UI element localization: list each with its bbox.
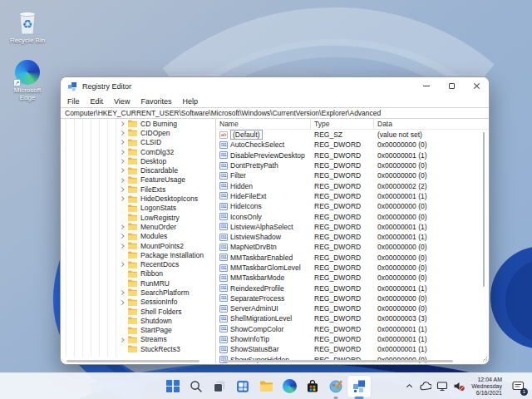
recycle-bin-desktop-icon[interactable]: ♻ Recycle Bin <box>2 7 53 44</box>
expand-chevron-icon[interactable] <box>121 347 128 351</box>
menu-item[interactable]: Favorites <box>140 97 171 106</box>
registry-value-row[interactable]: MMTaskbarGlomLevel REG_DWORD 0x00000000 … <box>216 263 489 273</box>
registry-value-row[interactable]: ShellMigrationLevel REG_DWORD 0x00000003… <box>216 313 489 323</box>
list-vertical-scrollbar[interactable] <box>483 132 485 287</box>
tree-item[interactable]: FileExts <box>61 185 215 194</box>
maximize-button[interactable] <box>439 77 464 95</box>
tree-item[interactable]: Shutdown <box>61 316 215 325</box>
expand-chevron-icon[interactable] <box>121 273 128 276</box>
expand-chevron-icon[interactable] <box>121 169 128 172</box>
registry-value-row[interactable]: MMTaskbarMode REG_DWORD 0x00000000 (0) <box>216 273 489 283</box>
expand-chevron-icon[interactable] <box>121 291 128 294</box>
tree-item[interactable]: RecentDocs <box>61 259 215 268</box>
tree-item[interactable]: LowRegistry <box>61 213 215 222</box>
edge-button[interactable] <box>278 376 301 397</box>
tree-item[interactable]: Streams <box>61 335 215 344</box>
notification-center-button[interactable]: 1 <box>507 376 529 397</box>
paint-button[interactable] <box>324 376 347 397</box>
expand-chevron-icon[interactable] <box>121 197 128 200</box>
tree-item[interactable]: LogonStats <box>61 204 215 213</box>
tree-item[interactable]: Package Installation <box>61 250 215 259</box>
expand-chevron-icon[interactable] <box>121 254 128 257</box>
onedrive-tray-button[interactable] <box>418 376 433 397</box>
expand-chevron-icon[interactable] <box>121 140 128 144</box>
task-view-button[interactable] <box>208 376 231 397</box>
titlebar[interactable]: Registry Editor <box>61 77 489 95</box>
list-horizontal-scrollbar[interactable] <box>223 360 453 362</box>
tree-item[interactable]: Ribbon <box>61 269 215 278</box>
menu-item[interactable]: View <box>114 97 130 106</box>
tree-item[interactable]: Shell Folders <box>61 307 215 316</box>
tree-item[interactable]: HideDesktopIcons <box>61 194 215 203</box>
expand-chevron-icon[interactable] <box>121 328 128 332</box>
registry-value-row[interactable]: IconsOnly REG_DWORD 0x00000000 (0) <box>216 211 489 221</box>
expand-chevron-icon[interactable] <box>121 234 128 238</box>
microsoft-store-button[interactable] <box>301 376 324 397</box>
tree-item[interactable]: Desktop <box>61 156 215 165</box>
registry-value-row[interactable]: ShowStatusBar REG_DWORD 0x00000001 (1) <box>216 344 489 354</box>
file-explorer-button[interactable] <box>254 376 278 397</box>
tree-item[interactable]: CLSID <box>61 138 215 147</box>
menu-item[interactable]: File <box>67 97 80 106</box>
registry-value-row[interactable]: MapNetDrvBtn REG_DWORD 0x00000000 (0) <box>216 242 489 252</box>
tree-horizontal-scrollbar[interactable] <box>66 360 200 362</box>
registry-value-row[interactable]: DontPrettyPath REG_DWORD 0x00000000 (0) <box>216 160 489 170</box>
registry-value-row[interactable]: ShowInfoTip REG_DWORD 0x00000001 (1) <box>216 334 489 344</box>
tree-item[interactable]: Discardable <box>61 165 215 175</box>
tree-item[interactable]: Modules <box>61 232 215 241</box>
tree-item[interactable]: FeatureUsage <box>61 175 215 185</box>
expand-chevron-icon[interactable] <box>121 225 128 229</box>
close-button[interactable] <box>464 77 489 95</box>
window-resize-grip[interactable] <box>482 357 487 362</box>
registry-value-row[interactable]: HideFileExt REG_DWORD 0x00000001 (1) <box>216 191 489 201</box>
tree-item[interactable]: StuckRects3 <box>61 344 215 353</box>
registry-value-row[interactable]: ReindexedProfile REG_DWORD 0x00000001 (1… <box>216 283 489 293</box>
expand-chevron-icon[interactable] <box>121 160 128 163</box>
tree-item[interactable]: ComDlg32 <box>61 147 215 156</box>
tree-item[interactable]: MenuOrder <box>61 222 215 231</box>
registry-value-row[interactable]: Hidden REG_DWORD 0x00000002 (2) <box>216 180 489 190</box>
expand-chevron-icon[interactable] <box>121 179 128 182</box>
column-header-type[interactable]: Type <box>311 119 374 129</box>
tree-item[interactable]: MountPoints2 <box>61 241 215 250</box>
taskbar-clock[interactable]: 12:04 AM Wednesday 6/16/2021 <box>468 377 505 397</box>
registry-value-row[interactable]: ListviewAlphaSelect REG_DWORD 0x00000001… <box>216 222 489 232</box>
volume-tray-button[interactable] <box>451 376 466 397</box>
registry-value-row[interactable]: HideIcons REG_DWORD 0x00000000 (0) <box>216 201 489 211</box>
address-bar[interactable]: Computer\HKEY_CURRENT_USER\Software\Micr… <box>61 107 489 119</box>
expand-chevron-icon[interactable] <box>121 216 128 219</box>
column-header-name[interactable]: Name <box>216 119 311 129</box>
expand-chevron-icon[interactable] <box>121 301 128 304</box>
tree-item[interactable]: CD Burning <box>61 119 215 128</box>
registry-value-row[interactable]: Filter REG_DWORD 0x00000000 (0) <box>216 170 489 180</box>
hidden-icons-chevron-button[interactable] <box>401 376 416 397</box>
registry-value-row[interactable]: ServerAdminUI REG_DWORD 0x00000000 (0) <box>216 303 489 313</box>
tree-item[interactable]: CIDOpen <box>61 128 215 137</box>
expand-chevron-icon[interactable] <box>121 338 128 342</box>
registry-value-row[interactable]: AutoCheckSelect REG_DWORD 0x00000000 (0) <box>216 140 489 150</box>
registry-value-row[interactable]: MMTaskbarEnabled REG_DWORD 0x00000000 (0… <box>216 253 489 263</box>
menu-item[interactable]: Help <box>182 97 198 106</box>
network-tray-button[interactable] <box>435 376 450 397</box>
tree-item[interactable]: SearchPlatform <box>61 288 215 297</box>
edge-desktop-icon[interactable]: ↗ Microsoft Edge <box>2 57 53 101</box>
expand-chevron-icon[interactable] <box>121 263 128 266</box>
menu-item[interactable]: Edit <box>91 97 104 106</box>
registry-editor-taskbar-button[interactable] <box>347 376 371 397</box>
expand-chevron-icon[interactable] <box>121 122 128 126</box>
minimize-button[interactable] <box>414 77 439 95</box>
widgets-button[interactable] <box>231 376 254 397</box>
expand-chevron-icon[interactable] <box>121 207 128 210</box>
registry-value-row[interactable]: ShowCompColor REG_DWORD 0x00000001 (1) <box>216 324 489 334</box>
expand-chevron-icon[interactable] <box>121 244 128 248</box>
tree-item[interactable]: RunMRU <box>61 278 215 288</box>
tree-item[interactable]: SessionInfo <box>61 298 215 307</box>
tree-item[interactable]: StartPage <box>61 326 215 335</box>
expand-chevron-icon[interactable] <box>121 188 128 191</box>
registry-value-row[interactable]: SeparateProcess REG_DWORD 0x00000000 (0) <box>216 293 489 303</box>
expand-chevron-icon[interactable] <box>121 282 128 285</box>
start-button[interactable] <box>161 376 185 397</box>
column-header-data[interactable]: Data <box>374 119 489 129</box>
registry-value-row[interactable]: (Default) REG_SZ (value not set) <box>216 130 489 140</box>
expand-chevron-icon[interactable] <box>121 150 128 154</box>
